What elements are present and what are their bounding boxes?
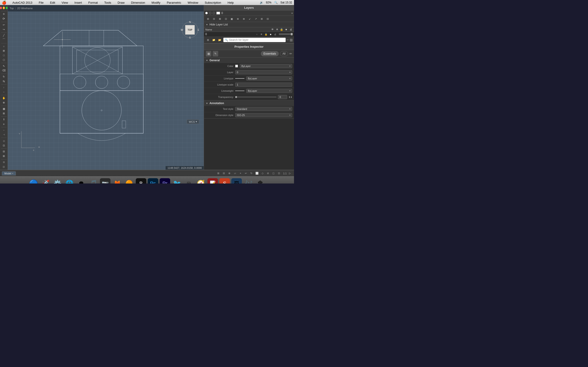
move-tool[interactable]: ✛ bbox=[1, 12, 7, 16]
layer-minus-btn[interactable]: − bbox=[287, 38, 289, 42]
layer-row-0[interactable]: 0 ○ ❄ 🔓 ■ 🖨 bbox=[204, 32, 294, 37]
menu-file[interactable]: File bbox=[37, 1, 45, 5]
tab-icon-anno[interactable]: ⊘ bbox=[266, 171, 270, 175]
search-icon[interactable]: 🔍 bbox=[274, 1, 278, 4]
orbit-tool[interactable]: ⟳ bbox=[1, 17, 7, 21]
layer-tool-10[interactable]: ⊞ bbox=[259, 17, 264, 21]
model-tab[interactable]: Model ▾ bbox=[2, 171, 16, 175]
maximize-button[interactable] bbox=[6, 7, 8, 9]
dock-safari[interactable]: 🧭 bbox=[195, 178, 206, 184]
undo-tool[interactable]: ↩ bbox=[1, 23, 7, 27]
layer-color-icon[interactable]: ■ bbox=[269, 33, 272, 35]
dock-premiere[interactable]: Pr bbox=[160, 178, 170, 184]
linetype-dropdown[interactable]: ByLayer ▾ bbox=[246, 76, 292, 81]
tool-osnap[interactable]: ⊡ bbox=[1, 143, 7, 148]
layer-dropdown[interactable]: 0 ▾ bbox=[235, 70, 292, 74]
text-style-dropdown[interactable]: Standard ▾ bbox=[235, 107, 292, 111]
menu-autocad[interactable]: AutoCAD 2013 bbox=[11, 1, 34, 5]
drawing-area[interactable]: Top | 2D Wireframe bbox=[8, 5, 204, 170]
tab-icon-lwt[interactable]: ↻ bbox=[249, 171, 254, 175]
draw-arc[interactable]: ⌒ bbox=[1, 38, 7, 42]
layer-slider[interactable] bbox=[279, 33, 293, 35]
dock-itunes[interactable]: 🎵 bbox=[88, 178, 99, 184]
draw-poly[interactable]: ⬡ bbox=[1, 58, 7, 62]
layer-bottom-btn1[interactable]: ⊞ bbox=[205, 38, 210, 42]
dock-balsamiq[interactable]: B bbox=[136, 178, 146, 184]
tab-icon-sel[interactable]: ◇ bbox=[260, 171, 265, 175]
tab-icon-grid[interactable]: ⊞ bbox=[216, 171, 221, 175]
transparency-slider[interactable] bbox=[235, 97, 277, 98]
dock-quicktime[interactable]: ⏺ bbox=[76, 178, 86, 184]
cube-center[interactable]: TOP bbox=[185, 25, 195, 35]
menu-subscription[interactable]: Subscription bbox=[203, 1, 223, 5]
layer-dropdown-arrow[interactable]: ▾ bbox=[292, 12, 293, 15]
layer-tool-11[interactable]: ⊟ bbox=[265, 17, 270, 21]
layer-tool-5[interactable]: ▣ bbox=[229, 17, 234, 21]
dock-network[interactable]: 🌐 bbox=[64, 178, 75, 184]
tab-icon-osnap[interactable]: ⌖ bbox=[238, 171, 243, 175]
lineweight-dropdown[interactable]: ByLayer ▾ bbox=[246, 89, 292, 93]
layer-tool-7[interactable]: ⊗ bbox=[241, 17, 246, 21]
menu-window[interactable]: Window bbox=[186, 1, 199, 5]
dock-system-prefs[interactable]: ⚙️ bbox=[52, 178, 63, 184]
tab-icon-ortho[interactable]: ⊕ bbox=[227, 171, 232, 175]
wcs-badge[interactable]: WCS ▾ bbox=[187, 119, 199, 124]
menu-insert[interactable]: Insert bbox=[73, 1, 83, 5]
tool-dim2[interactable]: ↔ bbox=[1, 90, 7, 94]
layer-tool-6[interactable]: ⊕ bbox=[235, 17, 240, 21]
tool-snap[interactable]: ◇ bbox=[1, 139, 7, 143]
tool-match[interactable]: ≡ bbox=[1, 122, 7, 126]
dimension-style-dropdown[interactable]: ISO-25 ▾ bbox=[235, 113, 292, 117]
tab-icon-anno2[interactable]: ▷ bbox=[288, 171, 292, 175]
dock-vlc[interactable]: 🟠 bbox=[124, 178, 134, 184]
tool-rotate[interactable]: ↻ bbox=[1, 75, 7, 79]
hide-layer-row[interactable]: ▼ Hide Layer List bbox=[204, 22, 294, 27]
transparency-stepper[interactable]: ⬆⬇ bbox=[288, 96, 292, 98]
tool-pan[interactable]: ✋ bbox=[1, 96, 7, 100]
apple-menu[interactable]: 🍎 bbox=[2, 0, 6, 5]
layer-lock-icon[interactable]: 🔓 bbox=[264, 33, 268, 35]
tool-mirror[interactable]: ⇆ bbox=[1, 79, 7, 83]
layer-print-icon[interactable]: 🖨 bbox=[273, 33, 277, 35]
tool-unknown1[interactable]: ✎ bbox=[1, 64, 7, 68]
transparency-input[interactable]: 0 bbox=[278, 95, 287, 99]
props-tab-icon-1[interactable]: ▦ bbox=[206, 51, 211, 56]
dock-arduino[interactable]: ♾ bbox=[183, 178, 194, 184]
tool-misc5[interactable]: ⊡ bbox=[1, 160, 7, 164]
tool-misc2[interactable]: ⊣ bbox=[1, 133, 7, 137]
tab-essentials[interactable]: Essentials bbox=[261, 51, 279, 56]
tool-insert[interactable]: ⊞ bbox=[1, 111, 7, 115]
layer-freeze-icon[interactable]: ❄ bbox=[259, 33, 263, 35]
tool-zoom[interactable]: ⊕ bbox=[1, 101, 7, 105]
tool-block[interactable]: ▦ bbox=[1, 107, 7, 111]
menu-draw[interactable]: Draw bbox=[116, 1, 126, 5]
dock-sketch[interactable]: S bbox=[219, 178, 230, 184]
tab-icon-snap[interactable]: ⊟ bbox=[222, 171, 226, 175]
tool-misc4[interactable]: ⊞ bbox=[1, 154, 7, 158]
tab-icon-dyn[interactable]: ⬜ bbox=[255, 171, 259, 175]
layer-tool-8[interactable]: ↙ bbox=[247, 17, 252, 21]
draw-line[interactable]: ╱ bbox=[1, 33, 7, 38]
layer-bottom-btn3[interactable]: 📂 bbox=[217, 38, 222, 42]
layer-tool-4[interactable]: ⊡ bbox=[223, 17, 228, 21]
layer-search-box[interactable]: 🔍 Search for layer bbox=[223, 38, 286, 42]
cad-canvas[interactable]: Y X ✕ N S E W TOP WCS ▾ bbox=[8, 11, 204, 170]
tool-props[interactable]: ℹ bbox=[1, 117, 7, 122]
tab-all[interactable]: All bbox=[280, 51, 288, 56]
tab-icon-polar[interactable]: ▱ bbox=[233, 171, 237, 175]
dock-firefox[interactable]: 🦊 bbox=[112, 178, 122, 184]
volume-icon[interactable]: 🔊 bbox=[260, 1, 263, 4]
dock-camera[interactable]: 📷 bbox=[100, 178, 111, 184]
menu-modify[interactable]: Modify bbox=[150, 1, 162, 5]
dock-png[interactable]: 🖼 bbox=[231, 178, 242, 184]
layer-box-btn[interactable]: ⊞ bbox=[290, 38, 293, 42]
dock-music[interactable]: 🎶 bbox=[243, 178, 254, 184]
menu-edit[interactable]: Edit bbox=[49, 1, 57, 5]
dock-trash[interactable]: 🗑 bbox=[255, 178, 266, 184]
menu-view[interactable]: View bbox=[60, 1, 69, 5]
dock-finder[interactable]: 🔵 bbox=[28, 178, 39, 184]
layer-color-swatch[interactable] bbox=[216, 12, 220, 15]
redo-tool[interactable]: ↪ bbox=[1, 27, 7, 31]
layer-tool-9[interactable]: ↗ bbox=[253, 17, 258, 21]
minimize-button[interactable] bbox=[3, 7, 5, 9]
